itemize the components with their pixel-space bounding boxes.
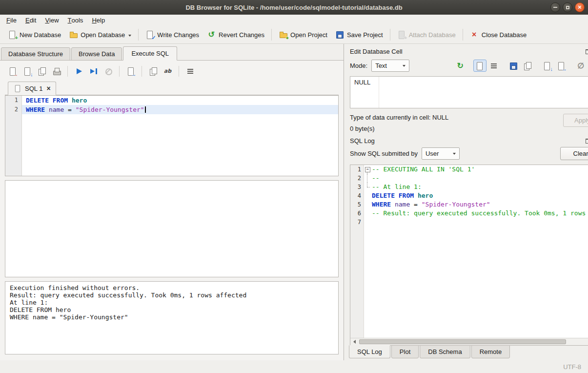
tab-browse-data[interactable]: Browse Data [71, 47, 122, 61]
edit-cell-header: Edit Database Cell × [344, 46, 588, 56]
find-replace-icon-glyph [163, 67, 172, 76]
print-icon[interactable] [50, 65, 63, 77]
open-sql-file-icon[interactable]: → [6, 65, 19, 77]
export-icon[interactable]: → [555, 60, 568, 72]
chevron-down-icon [403, 65, 406, 67]
open-project-button-glyph: ● [279, 30, 287, 39]
save-sql-file-icon[interactable]: ↓ [20, 65, 34, 77]
open-database-button[interactable]: Open Database [65, 28, 135, 41]
find-replace-icon[interactable] [161, 65, 174, 77]
export-results-icon[interactable]: → [124, 65, 137, 77]
log-line-6[interactable]: 6-- Result: query executed successfully.… [350, 209, 588, 218]
encoding-label: UTF-8 [563, 363, 581, 371]
word-wrap-icon[interactable] [183, 65, 197, 77]
tab-remote[interactable]: Remote [471, 345, 510, 358]
log-line-7[interactable]: 7 [350, 218, 588, 227]
sql-editor[interactable]: 1DELETE FROM hero2WHERE name = "Spider-Y… [5, 95, 339, 176]
close-database-button[interactable]: ×Close Database [466, 28, 531, 41]
results-grid[interactable] [5, 180, 339, 277]
sql-tab[interactable]: SQL 1 × [8, 82, 56, 95]
log-line-5[interactable]: 5WHERE name = "Spider-Youngster" [350, 200, 588, 209]
revert-changes-button-label: Revert Changes [219, 31, 264, 39]
float-panel-icon[interactable] [585, 48, 588, 55]
tab-plot[interactable]: Plot [391, 345, 419, 358]
save-sql-as-icon[interactable] [35, 65, 48, 77]
close-button[interactable]: × [575, 2, 585, 12]
editor-line-2[interactable]: 2WHERE name = "Spider-Youngster" [5, 105, 338, 114]
tab-db-schema[interactable]: DB Schema [420, 345, 470, 358]
stop-icon-glyph [104, 67, 113, 76]
fold-start-icon[interactable] [364, 165, 372, 174]
float-panel-icon[interactable] [585, 137, 588, 145]
close-tab-icon[interactable]: × [46, 84, 50, 92]
word-wrap-icon-glyph [489, 62, 498, 70]
cell-value-editor[interactable]: NULL [350, 76, 588, 108]
write-changes-button[interactable]: ✓Write Changes [142, 28, 203, 41]
execute-current-line-icon[interactable] [87, 65, 100, 77]
save-project-button[interactable]: Save Project [331, 28, 387, 41]
log-line-2[interactable]: 2-- [350, 174, 588, 183]
stop-icon[interactable] [101, 65, 115, 77]
dropdown-caret-icon[interactable] [128, 35, 131, 37]
auto-format-icon[interactable]: ↻ [454, 60, 467, 72]
copy-icon[interactable] [521, 60, 534, 72]
text-view-icon[interactable] [473, 60, 487, 72]
mode-row: Mode: Text ↻↓→∅ [344, 56, 588, 75]
copy-results-icon[interactable] [146, 65, 160, 77]
fold-mid-icon[interactable] [364, 174, 372, 183]
revert-changes-button[interactable]: ↺Revert Changes [203, 28, 268, 41]
text-view-icon-glyph [475, 62, 484, 70]
titlebar[interactable]: DB Browser for SQLite - /home/user/code/… [0, 0, 588, 15]
log-filter-row: Show SQL submitted by User Clear [344, 145, 588, 165]
import-icon[interactable]: ↓ [541, 60, 554, 72]
fold-end-icon[interactable] [364, 183, 372, 191]
code-token: hero [418, 192, 433, 199]
code-token [45, 106, 49, 113]
export-results-icon-glyph: → [126, 67, 135, 76]
code-token: -- [372, 174, 380, 182]
scrollbar-thumb[interactable] [359, 339, 566, 344]
log-line-1[interactable]: 1-- EXECUTING ALL IN 'SQL 1' [350, 165, 588, 174]
new-database-button[interactable]: +New Database [4, 28, 65, 41]
word-wrap-icon[interactable] [487, 60, 501, 72]
horizontal-scrollbar[interactable] [350, 338, 588, 345]
sql-log-view[interactable]: 1-- EXECUTING ALL IN 'SQL 1'2--3-- At li… [350, 165, 588, 346]
menu-file[interactable]: File [2, 15, 21, 26]
maximize-button[interactable] [563, 2, 572, 12]
submitted-by-select[interactable]: User [422, 147, 460, 160]
code-token: WHERE [26, 106, 45, 113]
log-line-4[interactable]: 4DELETE FROM hero [350, 191, 588, 200]
code-text: DELETE FROM hero [22, 96, 338, 105]
attach-database-button: +Attach Database [393, 28, 460, 41]
minimize-button[interactable] [550, 2, 560, 12]
line-number: 6 [350, 209, 364, 218]
mode-select[interactable]: Text [371, 60, 409, 72]
edit-cell-dock: Edit Database Cell × Mode: Text ↻↓→∅ NUL… [344, 46, 588, 135]
editor-line-1[interactable]: 1DELETE FROM hero [5, 96, 338, 105]
menu-edit[interactable]: Edit [21, 15, 41, 26]
log-line-3[interactable]: 3-- At line 1: [350, 183, 588, 191]
menu-tools[interactable]: Tools [63, 15, 88, 26]
tab-execute-sql[interactable]: Execute SQL [123, 46, 177, 61]
clear-button[interactable]: Clear [560, 147, 588, 160]
scrollbar-track[interactable] [358, 338, 588, 345]
execute-all-icon[interactable] [72, 65, 85, 77]
dock-tab-bar: SQL LogPlotDB SchemaRemote [344, 346, 588, 360]
tab-database-structure[interactable]: Database Structure [1, 47, 70, 61]
menu-view[interactable]: View [41, 15, 63, 26]
sql-log-title: SQL Log [350, 137, 582, 145]
execute-sql-panel: →↓→ SQL 1 × 1DELETE FROM hero2WHERE name… [0, 61, 344, 360]
scroll-left-icon[interactable] [350, 338, 358, 345]
save-sql-file-icon-glyph: ↓ [23, 67, 32, 76]
apply-button[interactable]: Apply [563, 114, 588, 127]
main-tab-bar: Database StructureBrowse DataExecute SQL [0, 44, 344, 61]
open-project-button[interactable]: ●Open Project [275, 28, 331, 41]
code-token [414, 192, 418, 199]
set-null-icon[interactable]: ∅ [574, 60, 588, 72]
line-number: 7 [350, 218, 364, 227]
tab-sql-log[interactable]: SQL Log [349, 345, 390, 358]
menu-help[interactable]: Help [87, 15, 109, 26]
line-number: 3 [350, 183, 364, 191]
save-as-icon[interactable] [507, 60, 520, 72]
text-cursor [145, 106, 146, 113]
